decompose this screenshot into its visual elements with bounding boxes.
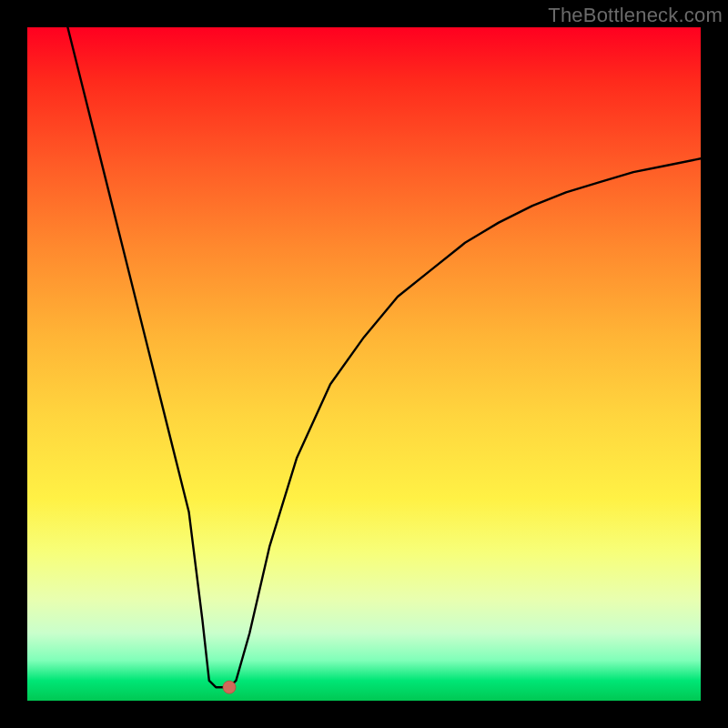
watermark-text: TheBottleneck.com (548, 4, 723, 27)
chart-frame: TheBottleneck.com (0, 0, 728, 728)
target-marker (223, 681, 236, 693)
bottleneck-curve (67, 27, 701, 687)
chart-svg (27, 27, 701, 701)
chart-plot-area (27, 27, 701, 701)
